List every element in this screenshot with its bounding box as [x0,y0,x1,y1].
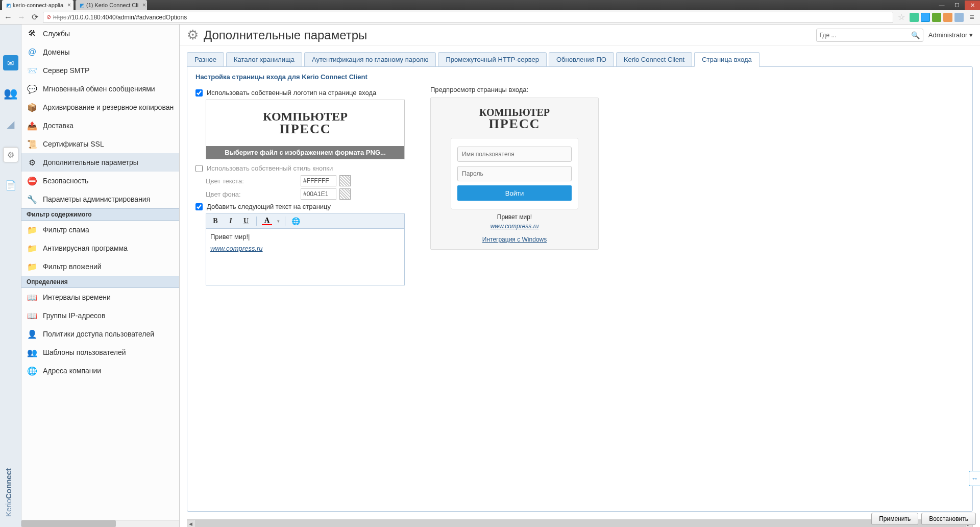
close-icon[interactable]: × [67,2,71,9]
tab-favicon: ◩ [6,3,11,8]
menu-icon[interactable]: ≡ [967,12,977,22]
browser-tab[interactable]: ◩ (1) Kerio Connect Cli × [76,0,147,10]
tab-favicon: ◩ [80,3,84,8]
back-button[interactable]: ← [3,12,13,22]
browser-tabbar: ◩ kerio-connect-applia × ◩ (1) Kerio Con… [0,0,980,10]
extension-icon[interactable] [932,13,941,22]
close-icon[interactable]: × [142,2,146,9]
maximize-button[interactable]: ☐ [949,1,965,10]
extension-icon[interactable] [910,13,919,22]
window-controls: — ☐ ✕ [934,1,980,10]
extension-icon[interactable] [943,13,952,22]
browser-tab[interactable]: ◩ kerio-connect-applia × [2,0,74,10]
reload-button[interactable]: ⟳ [30,12,40,22]
extension-icon[interactable] [954,13,964,22]
forward-button[interactable]: → [16,12,27,22]
lock-icon: ⊘ [46,14,51,20]
bookmark-icon[interactable]: ☆ [896,12,906,22]
address-bar: ← → ⟳ ⊘ https://10.0.0.180:4040/admin/#a… [0,10,980,25]
extension-icon[interactable] [921,13,930,22]
close-button[interactable]: ✕ [965,1,980,10]
minimize-button[interactable]: — [934,1,949,10]
url-input[interactable]: ⊘ https://10.0.0.180:4040/admin/#advance… [43,12,893,23]
